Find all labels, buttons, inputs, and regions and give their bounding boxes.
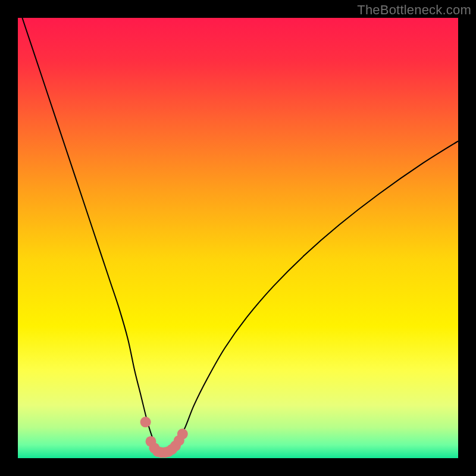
sweet-spot-dot: [177, 428, 188, 439]
plot-background: [18, 18, 458, 458]
sweet-spot-dot: [140, 416, 151, 427]
bottleneck-chart: [18, 18, 458, 458]
chart-frame: TheBottleneck.com: [0, 0, 476, 476]
watermark-text: TheBottleneck.com: [357, 2, 471, 18]
